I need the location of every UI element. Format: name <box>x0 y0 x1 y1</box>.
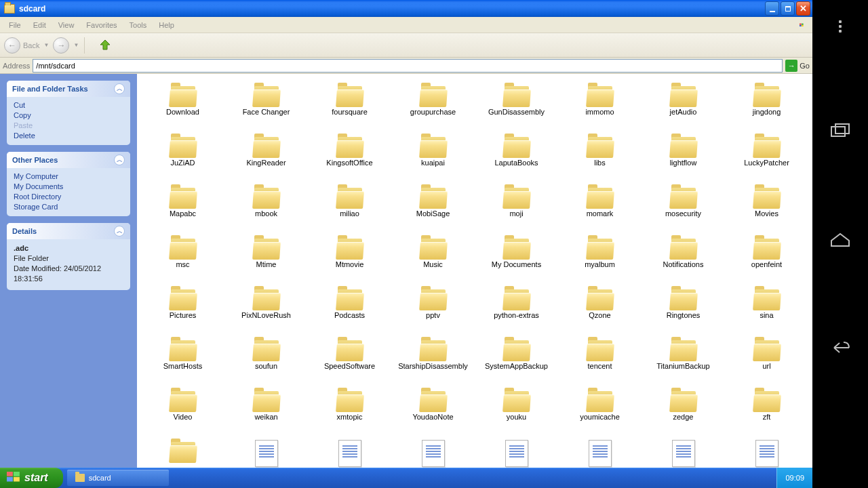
up-folder-button[interactable] <box>97 37 113 54</box>
file-item[interactable] <box>391 440 475 468</box>
address-input[interactable] <box>33 59 783 73</box>
folder-item[interactable]: KingsoftOffice <box>308 135 391 186</box>
folder-item[interactable]: youku <box>475 389 558 440</box>
folder-item[interactable] <box>224 74 308 84</box>
titlebar[interactable]: sdcard ✕ <box>0 0 812 17</box>
task-cut[interactable]: Cut <box>14 101 123 109</box>
minimize-button[interactable] <box>765 1 779 16</box>
back-button[interactable] <box>828 338 852 358</box>
task-delete[interactable]: Delete <box>14 131 123 140</box>
folder-item[interactable] <box>558 74 642 84</box>
folder-item[interactable]: moji <box>475 186 558 237</box>
menu-help[interactable]: Help <box>153 19 180 31</box>
folder-item[interactable] <box>141 440 224 468</box>
folder-item[interactable]: Qzone <box>558 287 642 338</box>
file-item[interactable] <box>308 440 391 468</box>
folder-item[interactable]: jingdong <box>725 84 808 135</box>
folder-item[interactable]: soufun <box>224 338 308 389</box>
file-item[interactable] <box>558 440 642 468</box>
task-copy[interactable]: Copy <box>14 111 123 119</box>
folder-item[interactable] <box>308 74 391 84</box>
folder-item[interactable]: foursquare <box>308 84 391 135</box>
folder-item[interactable]: python-extras <box>475 287 558 338</box>
folder-item[interactable]: momark <box>558 186 642 237</box>
back-dropdown-icon[interactable]: ▼ <box>43 42 49 48</box>
folder-item[interactable]: jetAudio <box>642 84 725 135</box>
folder-item[interactable]: miliao <box>308 186 391 237</box>
go-button[interactable]: → Go <box>785 60 810 72</box>
folder-item[interactable]: groupurchase <box>391 84 475 135</box>
taskbar-item-sdcard[interactable]: sdcard <box>67 470 169 486</box>
folder-item[interactable]: StarshipDisassembly <box>391 338 475 389</box>
folder-item[interactable]: zedge <box>642 389 725 440</box>
folder-item[interactable]: My Documents <box>475 237 558 287</box>
folder-item[interactable]: Ringtones <box>642 287 725 338</box>
folder-item[interactable]: mosecurity <box>642 186 725 237</box>
maximize-button[interactable] <box>781 1 795 16</box>
folder-item[interactable]: openfeint <box>725 237 808 287</box>
folder-item[interactable]: KingReader <box>224 135 308 186</box>
folder-item[interactable] <box>642 74 725 84</box>
folder-item[interactable]: Mapabc <box>141 186 224 237</box>
folder-item[interactable]: Mtmovie <box>308 237 391 287</box>
folder-item[interactable]: libs <box>558 135 642 186</box>
chevron-up-icon[interactable]: ︿ <box>114 155 125 165</box>
folder-item[interactable]: youmicache <box>558 389 642 440</box>
folder-item[interactable]: msc <box>141 237 224 287</box>
folder-item[interactable]: Movies <box>725 186 808 237</box>
folder-item[interactable]: LaputaBooks <box>475 135 558 186</box>
folder-item[interactable]: tencent <box>558 338 642 389</box>
folder-item[interactable]: Notifications <box>642 237 725 287</box>
folder-item[interactable]: hotelfinder <box>141 74 224 84</box>
start-button[interactable]: start <box>0 468 63 488</box>
folder-item[interactable]: GunDisassembly <box>475 84 558 135</box>
folder-item[interactable] <box>391 74 475 84</box>
folder-item[interactable]: myalbum <box>558 237 642 287</box>
folder-item[interactable]: Download <box>141 84 224 135</box>
folder-item[interactable]: JuZiAD <box>141 135 224 186</box>
folder-item[interactable]: lightflow <box>642 135 725 186</box>
file-item[interactable] <box>224 440 308 468</box>
menu-file[interactable]: File <box>3 19 27 31</box>
folder-item[interactable]: mbook <box>224 186 308 237</box>
folder-item[interactable]: Music <box>391 237 475 287</box>
folder-item[interactable]: SmartHosts <box>141 338 224 389</box>
menu-favorites[interactable]: Favorites <box>80 19 123 31</box>
recent-apps-button[interactable] <box>828 121 852 141</box>
folder-item[interactable]: PixNLoveRush <box>224 287 308 338</box>
menu-edit[interactable]: Edit <box>27 19 52 31</box>
folder-item[interactable]: MobiSage <box>391 186 475 237</box>
file-item[interactable] <box>475 440 558 468</box>
menu-tools[interactable]: Tools <box>123 19 153 31</box>
close-button[interactable]: ✕ <box>796 1 810 16</box>
forward-button[interactable]: → <box>53 37 69 54</box>
folder-item[interactable]: Podcasts <box>308 287 391 338</box>
folder-item[interactable]: YoudaoNote <box>391 389 475 440</box>
folder-item[interactable] <box>725 74 808 84</box>
folder-item[interactable]: Face Changer <box>224 84 308 135</box>
folder-item[interactable]: weikan <box>224 389 308 440</box>
forward-dropdown-icon[interactable]: ▼ <box>73 42 79 48</box>
folder-item[interactable] <box>475 74 558 84</box>
panel-header-tasks[interactable]: File and Folder Tasks ︿ <box>7 81 130 97</box>
folder-item[interactable]: Video <box>141 389 224 440</box>
folder-item[interactable]: kuaipai <box>391 135 475 186</box>
folder-view[interactable]: hotelfinderDownloadFace Changerfoursquar… <box>137 74 812 468</box>
folder-item[interactable]: sina <box>725 287 808 338</box>
system-tray[interactable]: 09:09 <box>776 468 812 488</box>
place-mydocuments[interactable]: My Documents <box>14 182 123 190</box>
folder-item[interactable]: TitaniumBackup <box>642 338 725 389</box>
place-root[interactable]: Root Directory <box>14 192 123 201</box>
file-item[interactable] <box>642 440 725 468</box>
folder-item[interactable]: LuckyPatcher <box>725 135 808 186</box>
back-button[interactable]: ← Back ▼ <box>4 37 50 54</box>
place-storage[interactable]: Storage Card <box>14 203 123 211</box>
menu-view[interactable]: View <box>52 19 81 31</box>
folder-item[interactable]: xmtopic <box>308 389 391 440</box>
home-button[interactable] <box>828 229 852 249</box>
panel-header-places[interactable]: Other Places ︿ <box>7 152 130 168</box>
chevron-up-icon[interactable]: ︿ <box>114 226 125 237</box>
folder-item[interactable]: immomo <box>558 84 642 135</box>
folder-item[interactable]: SystemAppBackup <box>475 338 558 389</box>
folder-item[interactable]: Pictures <box>141 287 224 338</box>
